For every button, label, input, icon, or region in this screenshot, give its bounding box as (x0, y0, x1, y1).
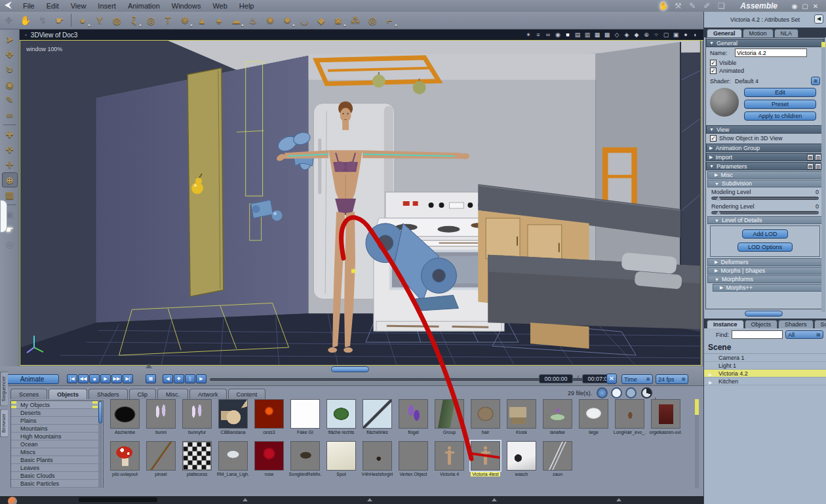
viewport-collapse-icon[interactable]: ◦ (25, 32, 27, 38)
asset-rose[interactable]: rose (251, 441, 287, 483)
translate-xz-tool-icon[interactable]: ✜ (2, 142, 18, 157)
wireframe-select-tool-icon[interactable]: ❉ (0, 15, 17, 26)
asset-zaun[interactable]: zaun (540, 441, 576, 483)
insert-light-group-icon[interactable]: ⁂ (347, 15, 364, 26)
section-morphs-plus-plus[interactable]: ▶Morphs++ (713, 284, 823, 292)
menu-file[interactable]: File (17, 2, 41, 10)
category-plains[interactable]: Plains (11, 417, 103, 425)
asset-fl-gel[interactable]: flügel (395, 399, 431, 441)
browser-tab-scenes[interactable]: Scenes (10, 389, 47, 399)
render-film-room-icon[interactable]: ❏ (714, 1, 728, 10)
universal-manipulator-tool-icon[interactable]: ⊕ (2, 172, 18, 187)
save-icon[interactable]: ▤ (807, 163, 814, 170)
asset-grid-scrollbar[interactable] (695, 399, 699, 488)
shaded-cube-icon[interactable]: ▣ (672, 31, 680, 38)
category-high-mountains[interactable]: High Mountains (11, 433, 103, 440)
asset-liege[interactable]: liege (576, 399, 612, 441)
attributes-scrollbar[interactable] (821, 42, 825, 312)
section-misc[interactable]: ▶Misc (707, 171, 823, 179)
asset-fake-gi[interactable]: Fake GI (287, 399, 323, 441)
viewport-title-bar[interactable]: ◦ 3DView of Doc3 ✶≡∞◉■▤▥▦▩◇◈◆⊕⁘▢▣●◐ (20, 29, 703, 41)
tree-item-kitchen[interactable]: ▶Kitchen (704, 378, 826, 385)
film-frame-button[interactable]: ▦ (146, 374, 156, 383)
layout-single-pane-icon[interactable]: ■ (564, 31, 572, 38)
asset-group[interactable]: Group (431, 399, 467, 441)
browser-tab-clip[interactable]: Clip (129, 389, 157, 399)
asset-hair[interactable]: hair (467, 399, 503, 441)
close-icon[interactable]: ✕ (810, 3, 821, 10)
section-subdivision[interactable]: ▼Subdivision (707, 180, 823, 187)
asset-spot[interactable]: Spot (323, 441, 359, 483)
find-input[interactable] (732, 330, 783, 339)
insert-bone-icon[interactable]: ζ▸ (125, 15, 142, 26)
asset-cess3[interactable]: cess3 (251, 399, 287, 441)
asset-pinsel[interactable]: pinsel (143, 441, 179, 483)
eyedropper-pen-tool-icon[interactable]: ✎ (2, 92, 18, 107)
asset-lanafee[interactable]: lanafee (540, 399, 576, 441)
insert-fire-icon[interactable]: ♨ (245, 15, 262, 26)
stop-button[interactable]: ■ (89, 374, 100, 383)
shield-solid-icon[interactable]: ◆ (633, 31, 640, 38)
dotted-cross-icon[interactable]: ⁘ (652, 31, 660, 38)
clock-sort-icon[interactable] (641, 387, 652, 398)
timeline-close-button[interactable]: ✕ (606, 374, 617, 384)
lasso-tool-icon[interactable]: ↯ (34, 15, 51, 26)
shader-dropdown-button[interactable]: ≋ (811, 77, 820, 85)
asset-victoria-4[interactable]: Victoria 4 (431, 441, 467, 483)
panel-tab-sequencer[interactable]: Sequencer (0, 372, 8, 406)
category-my-objects[interactable]: My Objects (11, 401, 103, 409)
section-parameters[interactable]: ▼Parameters ▤▥ (706, 162, 824, 170)
layout-l-pane-icon[interactable]: ▩ (603, 31, 611, 38)
tree-item-light-1[interactable]: Light 1 (704, 362, 826, 370)
rewind-button[interactable]: ◀◀ (78, 374, 88, 383)
category-leaves[interactable]: Leaves (11, 464, 103, 472)
spray-render-icon[interactable]: ✶ (524, 31, 532, 38)
insert-spline-icon[interactable]: ◎ (142, 15, 159, 26)
assemble-hand-room-icon[interactable]: ✋ (656, 1, 671, 10)
lower-tab-shaders[interactable]: Shaders (778, 320, 814, 328)
eye-icon[interactable]: ◉ (789, 3, 800, 10)
panel-tab-browser[interactable]: Browser (0, 409, 8, 437)
section-morphs-shapes[interactable]: ▶Morphs | Shapes (707, 267, 823, 275)
save-icon[interactable]: ▤ (807, 154, 814, 161)
insert-explosion-icon[interactable]: ✹▸ (279, 15, 296, 26)
section-import[interactable]: ▶Import ▤▥ (706, 153, 824, 161)
scene-tree-root[interactable]: Scene (704, 341, 826, 354)
insert-text-icon[interactable]: T (159, 15, 176, 26)
model-wrench-room-icon[interactable]: ⚒ (671, 1, 685, 10)
tree-item-camera-1[interactable]: Camera 1 (704, 354, 826, 362)
animate-button[interactable]: Animate (5, 374, 59, 384)
next-keyframe-button[interactable]: ▶ (196, 374, 206, 383)
menu-animation[interactable]: Animation (122, 2, 166, 10)
shader-preview-sphere[interactable] (710, 88, 739, 117)
visible-checkbox[interactable]: ✓ (710, 60, 717, 66)
find-filter-dropdown[interactable]: All ≋ (785, 330, 823, 339)
browser-tab-artwork[interactable]: Artwork (189, 389, 227, 399)
sort-circle-dark-button[interactable] (597, 387, 608, 398)
category-miscs[interactable]: Miscs (11, 448, 103, 456)
insert-rock-icon[interactable]: ◆ (313, 15, 330, 26)
translate-yz-tool-icon[interactable]: ✛ (2, 157, 18, 172)
section-view[interactable]: ▼View (706, 125, 824, 134)
asset-songbirdremix[interactable]: SongbirdReMix. (287, 441, 323, 483)
sort-circle-outline-button[interactable] (625, 387, 637, 398)
category-deserts[interactable]: Deserts (11, 409, 103, 417)
menu-web[interactable]: Web (206, 2, 233, 10)
modeling-level-slider[interactable] (711, 197, 819, 200)
asset-longhair-evo[interactable]: LongHair_evo_. (612, 399, 648, 441)
category-basic-particles[interactable]: Basic Particles (11, 480, 103, 488)
category-ocean[interactable]: Ocean (11, 440, 103, 448)
horizontal-splitter-handle[interactable] (331, 366, 369, 372)
insert-metaball-icon[interactable]: ◍ (108, 15, 125, 26)
sort-circle-light-button[interactable] (611, 387, 622, 398)
animated-checkbox[interactable]: ✓ (710, 68, 717, 74)
select-arrow-tool-icon[interactable]: ➤ (2, 32, 18, 47)
browser-tab-objects[interactable]: Objects (49, 389, 87, 399)
asset-vertex-object[interactable]: Vertex Object (395, 441, 431, 483)
name-input[interactable] (735, 48, 807, 57)
asset-victoria-4test[interactable]: Victoria 4test (467, 441, 503, 483)
asset-rm-lana-ligh[interactable]: RM_Lana_Ligh. (215, 441, 251, 483)
attributes-tab-general[interactable]: General (707, 29, 742, 37)
go-end-button[interactable]: ▶| (123, 374, 133, 383)
add-lod-button[interactable]: Add LOD (742, 229, 788, 239)
